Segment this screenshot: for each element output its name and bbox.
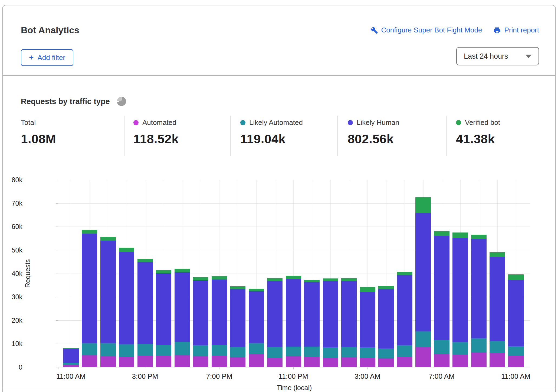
h-gridline bbox=[58, 203, 530, 204]
bar-5-pm-6[interactable] bbox=[175, 269, 190, 367]
bar-6-am-19[interactable] bbox=[415, 197, 431, 367]
y-tick bbox=[56, 227, 58, 227]
bar-11-am-24[interactable] bbox=[508, 274, 524, 367]
bar-12-am-13[interactable] bbox=[304, 280, 320, 367]
bar-9-am-22[interactable] bbox=[471, 235, 487, 367]
bar-7-am-20[interactable] bbox=[434, 231, 449, 367]
x-tick-label: 3:00 AM bbox=[355, 372, 380, 381]
bar-3-pm-4[interactable] bbox=[137, 259, 153, 367]
bar-segment-verified-bot bbox=[397, 272, 412, 275]
bar-segment-verified-bot bbox=[175, 269, 190, 272]
stat-likely-human: Likely Human802.56k bbox=[348, 118, 399, 146]
h-gridline bbox=[58, 180, 530, 180]
y-tick-label: 20k bbox=[12, 316, 22, 324]
bar-9-pm-10[interactable] bbox=[249, 289, 264, 367]
bar-3-am-16[interactable] bbox=[360, 287, 375, 367]
stat-divider bbox=[337, 116, 338, 156]
bar-segment-likely-human bbox=[508, 280, 524, 346]
time-range-select[interactable]: Last 24 hours bbox=[456, 47, 539, 65]
bar-segment-verified-bot bbox=[508, 274, 524, 280]
bar-segment-likely-automated bbox=[119, 344, 134, 357]
y-tick-label: 10k bbox=[12, 340, 22, 348]
bar-segment-verified-bot bbox=[360, 287, 375, 292]
chevron-down-icon bbox=[526, 55, 531, 58]
bar-segment-likely-automated bbox=[156, 345, 171, 356]
y-tick bbox=[56, 180, 58, 180]
bar-4-pm-5[interactable] bbox=[156, 270, 171, 367]
configure-link-label: Configure Super Bot Fight Mode bbox=[381, 26, 482, 34]
bar-segment-likely-automated bbox=[249, 343, 264, 354]
bar-11-pm-12[interactable] bbox=[286, 276, 301, 367]
print-report-link[interactable]: Print report bbox=[493, 26, 539, 34]
add-filter-label: Add filter bbox=[38, 54, 65, 62]
bar-segment-likely-human bbox=[230, 289, 245, 347]
bar-segment-verified-bot bbox=[82, 230, 97, 234]
bar-4-am-17[interactable] bbox=[378, 286, 394, 367]
bar-segment-likely-automated bbox=[63, 363, 79, 365]
bar-segment-likely-human bbox=[63, 349, 79, 363]
stat-label: Automated bbox=[142, 118, 176, 127]
y-tick-label: 0 bbox=[19, 363, 22, 371]
bar-segment-automated bbox=[100, 356, 116, 367]
y-tick bbox=[56, 250, 58, 250]
bar-1-pm-2[interactable] bbox=[100, 237, 116, 367]
bar-segment-likely-automated bbox=[323, 347, 338, 358]
bar-segment-automated bbox=[212, 356, 227, 367]
page-title: Bot Analytics bbox=[21, 25, 79, 35]
plot-area: 010k20k30k40k50k60k70k80k11:00 AM3:00 PM… bbox=[58, 180, 530, 367]
y-tick-label: 30k bbox=[12, 293, 22, 301]
bar-segment-likely-human bbox=[415, 213, 431, 331]
bar-segment-likely-human bbox=[100, 241, 116, 343]
stat-value: 118.52k bbox=[133, 132, 179, 146]
bar-segment-likely-automated bbox=[267, 347, 283, 358]
bar-segment-automated bbox=[341, 357, 357, 367]
bar-segment-likely-automated bbox=[471, 338, 487, 352]
bar-8-am-21[interactable] bbox=[452, 232, 468, 367]
bar-segment-automated bbox=[452, 355, 468, 367]
section-title-row: Requests by traffic type bbox=[21, 97, 126, 106]
wrench-icon bbox=[370, 26, 378, 34]
bar-1-am-14[interactable] bbox=[323, 278, 338, 367]
bar-segment-automated bbox=[397, 357, 412, 367]
bar-segment-automated bbox=[490, 353, 505, 367]
stat-label: Likely Human bbox=[357, 118, 399, 127]
bar-segment-likely-automated bbox=[360, 347, 375, 358]
stat-divider bbox=[230, 116, 231, 156]
bar-segment-verified-bot bbox=[100, 237, 116, 241]
bar-11-am-0[interactable] bbox=[63, 348, 79, 367]
bar-2-pm-3[interactable] bbox=[119, 248, 134, 367]
bar-segment-automated bbox=[508, 356, 524, 367]
stat-likely-automated: Likely Automated119.04k bbox=[240, 118, 303, 146]
analytics-card: Bot Analytics Configure Super Bot Fight … bbox=[2, 5, 556, 392]
stat-value: 119.04k bbox=[240, 132, 303, 146]
bar-segment-verified-bot bbox=[490, 252, 505, 257]
bar-segment-verified-bot bbox=[434, 231, 449, 236]
bar-segment-automated bbox=[193, 356, 208, 367]
y-tick bbox=[56, 344, 58, 344]
stat-label: Verified bot bbox=[465, 118, 500, 127]
bar-segment-likely-human bbox=[397, 275, 412, 345]
y-tick bbox=[56, 203, 58, 204]
x-tick bbox=[219, 367, 219, 369]
stat-label: Total bbox=[21, 118, 36, 127]
x-axis-origin-tick bbox=[58, 367, 58, 369]
bar-segment-automated bbox=[286, 356, 301, 367]
bar-12-pm-1[interactable] bbox=[82, 230, 97, 367]
bar-10-pm-11[interactable] bbox=[267, 278, 283, 367]
bar-8-pm-9[interactable] bbox=[230, 286, 245, 367]
bar-2-am-15[interactable] bbox=[341, 278, 357, 367]
bar-5-am-18[interactable] bbox=[397, 272, 412, 367]
add-filter-button[interactable]: + Add filter bbox=[21, 49, 73, 66]
h-gridline bbox=[58, 367, 530, 367]
bar-10-am-23[interactable] bbox=[490, 252, 505, 367]
bar-6-pm-7[interactable] bbox=[193, 277, 208, 367]
x-tick bbox=[516, 367, 516, 369]
configure-super-bot-fight-mode-link[interactable]: Configure Super Bot Fight Mode bbox=[370, 26, 482, 34]
bar-7-pm-8[interactable] bbox=[212, 276, 227, 367]
bar-segment-likely-human bbox=[267, 281, 283, 347]
bar-segment-likely-human bbox=[156, 273, 171, 345]
legend-dot bbox=[456, 120, 461, 125]
x-axis-title: Time (local) bbox=[58, 384, 530, 392]
card-bottom-divider bbox=[3, 389, 555, 389]
bar-segment-automated bbox=[378, 358, 394, 367]
